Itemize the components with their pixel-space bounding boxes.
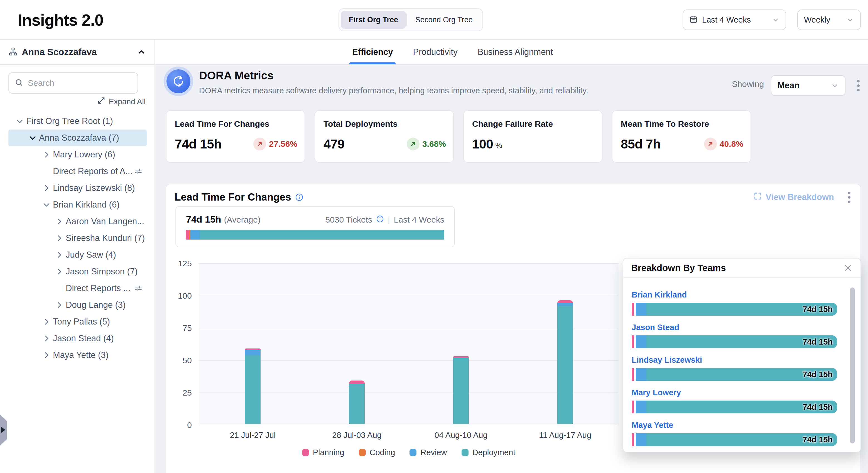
app-title: Insights 2.0 <box>18 10 103 29</box>
summary-segment-deployment <box>200 230 444 240</box>
gridline-y75 <box>199 328 619 328</box>
chevron-right-icon[interactable] <box>55 300 64 310</box>
y-axis-tick: 50 <box>168 356 192 365</box>
team-link[interactable]: Maya Yette <box>632 421 844 430</box>
chevron-right-icon[interactable] <box>42 317 51 326</box>
showing-dropdown[interactable]: Mean <box>771 75 845 96</box>
tree-item-label: First Org Tree Root (1) <box>26 116 113 126</box>
metric-title: Mean Time To Restore <box>621 119 742 129</box>
granularity-dropdown[interactable]: Weekly <box>797 9 861 30</box>
tab-business-alignment[interactable]: Business Alignment <box>478 40 553 64</box>
legend-item-planning[interactable]: Planning <box>302 448 344 457</box>
tree-item-doug-lange-3[interactable]: Doug Lange (3) <box>8 297 147 314</box>
metric-value: 100 <box>472 137 493 151</box>
breakdown-panel: Breakdown By Teams Brian Kirkland 74d 15… <box>623 258 861 452</box>
tree-item-anna-scozzafava-7[interactable]: Anna Scozzafava (7) <box>8 129 147 146</box>
tree-item-brian-kirkland-6[interactable]: Brian Kirkland (6) <box>8 197 147 213</box>
chevron-up-icon[interactable] <box>137 47 146 57</box>
stacked-bar-28-jul-03-aug <box>349 381 365 424</box>
chevron-down-icon[interactable] <box>28 133 37 143</box>
metric-delta: 3.68% <box>422 139 446 149</box>
gridline-y50 <box>199 360 619 361</box>
tree-item-aaron-van-langen[interactable]: Aaron Van Langen... <box>8 213 147 230</box>
team-lead-time-bar: 74d 15h <box>632 401 837 413</box>
org-toggle-second-org-tree[interactable]: Second Org Tree <box>408 11 480 29</box>
tree-item-jason-stead-4[interactable]: Jason Stead (4) <box>8 330 147 347</box>
metric-title: Total Deployments <box>323 119 445 129</box>
gridline-y25 <box>199 392 619 393</box>
bar-segment-review <box>636 401 646 413</box>
sidebar-search <box>8 72 138 94</box>
tree-item-maya-yette-3[interactable]: Maya Yette (3) <box>8 347 147 363</box>
search-input[interactable] <box>28 78 132 88</box>
chevron-right-icon[interactable] <box>55 267 64 276</box>
y-axis-tick: 75 <box>168 323 192 333</box>
tree-item-mary-lowery-6[interactable]: Mary Lowery (6) <box>8 146 147 163</box>
chevron-right-icon[interactable] <box>42 183 51 193</box>
chevron-right-icon[interactable] <box>42 150 51 159</box>
metric-title: Change Failure Rate <box>472 119 593 129</box>
chevron-right-icon[interactable] <box>55 217 64 226</box>
team-link[interactable]: Jason Stead <box>632 323 844 332</box>
chevron-right-icon[interactable] <box>42 334 51 343</box>
team-lead-time-bar: 74d 15h <box>632 368 837 381</box>
view-breakdown-button[interactable]: View Breakdown <box>753 191 834 203</box>
granularity-value: Weekly <box>804 15 830 25</box>
breakdown-panel-title: Breakdown By Teams <box>631 263 726 273</box>
scrollbar-thumb[interactable] <box>850 288 855 443</box>
team-link[interactable]: Brian Kirkland <box>632 290 844 299</box>
gridline-y100 <box>199 296 619 296</box>
chevron-down-icon[interactable] <box>42 200 51 209</box>
tree-item-label: Jason Simpson (7) <box>66 267 137 276</box>
filter-sliders-icon[interactable] <box>134 167 143 176</box>
tree-item-label: Direct Reports ... <box>66 283 130 293</box>
bar-segment-planning <box>632 303 634 316</box>
bar-segment-planning <box>632 368 634 381</box>
team-link[interactable]: Lindsay Liszewski <box>632 355 844 365</box>
tree-item-sireesha-kunduri-7[interactable]: Sireesha Kunduri (7) <box>8 230 147 246</box>
org-hierarchy-icon <box>8 47 18 57</box>
stacked-bar-11-aug-17-aug <box>557 300 573 424</box>
chevron-right-icon[interactable] <box>55 250 64 260</box>
tab-efficiency[interactable]: Efficiency <box>352 40 393 64</box>
metric-card-change-failure-rate: Change Failure Rate 100% <box>463 110 602 163</box>
tree-item-tony-pallas-5[interactable]: Tony Pallas (5) <box>8 314 147 330</box>
tree-item-direct-reports[interactable]: Direct Reports ... <box>8 280 147 297</box>
x-axis-label: 21 Jul-27 Jul <box>230 431 276 440</box>
top-bar: Insights 2.0 First Org TreeSecond Org Tr… <box>0 0 868 40</box>
team-lead-time-value: 74d 15h <box>803 370 833 379</box>
tree-item-direct-reports-of-a[interactable]: Direct Reports of A... <box>8 163 147 180</box>
tree-item-lindsay-liszewski-8[interactable]: Lindsay Liszewski (8) <box>8 180 147 197</box>
info-icon[interactable] <box>295 193 304 201</box>
chevron-down-icon <box>772 16 779 24</box>
expand-all-icon <box>97 96 105 107</box>
team-link[interactable]: Mary Lowery <box>632 388 844 397</box>
summary-segment-review <box>190 230 199 240</box>
tree-item-jason-simpson-7[interactable]: Jason Simpson (7) <box>8 263 147 280</box>
dora-kebab-menu[interactable] <box>856 78 861 93</box>
info-icon[interactable] <box>376 215 384 225</box>
lead-time-kebab-menu[interactable] <box>846 190 852 205</box>
legend-item-deployment[interactable]: Deployment <box>462 448 516 457</box>
legend-item-coding[interactable]: Coding <box>359 448 395 457</box>
phase-summary-bar <box>186 230 444 240</box>
legend-item-review[interactable]: Review <box>409 448 447 457</box>
chevron-down-icon[interactable] <box>15 116 25 126</box>
tree-item-label: Jason Stead (4) <box>53 333 114 344</box>
date-range-dropdown[interactable]: Last 4 Weeks <box>683 9 786 30</box>
chevron-right-icon[interactable] <box>42 350 51 360</box>
close-icon[interactable] <box>843 263 853 273</box>
trend-up-icon <box>253 138 266 150</box>
expand-all-button[interactable]: Expand All <box>97 96 146 107</box>
chevron-down-icon <box>831 82 839 89</box>
tree-item-judy-saw-4[interactable]: Judy Saw (4) <box>8 246 147 263</box>
showing-value: Mean <box>777 81 800 91</box>
chevron-down-icon <box>846 16 854 24</box>
tree-item-first-org-tree-root-1[interactable]: First Org Tree Root (1) <box>8 113 147 129</box>
chevron-right-icon[interactable] <box>55 233 64 243</box>
summary-segment-planning <box>186 230 189 240</box>
tree-item-label: Mary Lowery (6) <box>53 150 115 159</box>
tab-productivity[interactable]: Productivity <box>413 40 457 64</box>
filter-sliders-icon[interactable] <box>134 284 143 293</box>
org-toggle-first-org-tree[interactable]: First Org Tree <box>341 11 406 29</box>
